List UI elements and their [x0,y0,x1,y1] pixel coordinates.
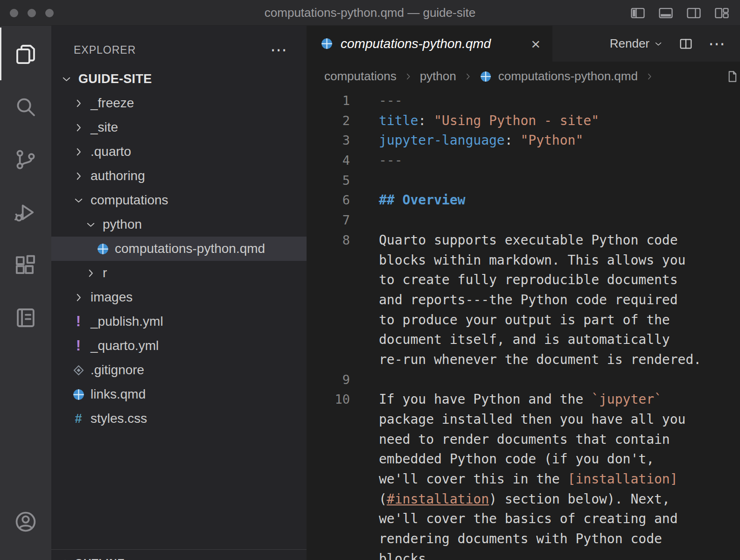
code-line[interactable]: 2title: "Using Python - site" [307,111,740,131]
code-line[interactable]: 8Quarto supports executable Python code [307,231,740,251]
code-line[interactable]: need to render documents that contain [307,430,740,450]
tree-item-links-qmd[interactable]: links.qmd [51,382,307,406]
activity-item-extensions[interactable] [0,238,51,291]
code-line-text [350,370,379,390]
toggle-secondary-sidebar-icon[interactable] [686,5,702,21]
vscode-window: computations-python.qmd — guide-site EXP… [0,0,740,560]
chevron-collapsed-icon [72,170,85,182]
code-line[interactable]: document itself, and is automatically [307,330,740,350]
tree-item-computations-python-qmd[interactable]: computations-python.qmd [51,237,307,261]
code-line[interactable]: blocks. [307,549,740,560]
line-number [307,469,350,490]
tree-item-quarto[interactable]: .quarto [51,140,307,164]
render-label: Render [610,36,649,51]
code-segment: `jupyter` [591,392,662,407]
tree-item-label: images [91,290,133,305]
activity-item-search[interactable] [0,80,51,133]
tree-item-images[interactable]: images [51,285,307,309]
breadcrumbs: computationspythoncomputations-python.qm… [307,62,740,91]
activity-item-explorer[interactable] [0,28,51,80]
code-segment: [installation] [568,471,678,487]
activity-item-notebook[interactable] [0,291,51,344]
explorer-more-actions-button[interactable]: ⋯ [270,45,287,55]
tree-item-authoring[interactable]: authoring [51,164,307,188]
code-line[interactable]: 9 [307,370,740,390]
tree-item-styles-css[interactable]: #styles.css [51,406,307,431]
code-segment: we'll cover this in the [379,471,568,487]
chevron-down-icon [653,39,663,49]
split-editor-icon[interactable] [678,36,693,51]
code-line[interactable]: 10If you have Python and the `jupyter` [307,390,740,410]
code-segment: blocks. [379,551,434,560]
code-line[interactable]: 4--- [307,151,740,171]
activity-item-run-debug[interactable] [0,186,51,238]
code-line[interactable]: embedded Python code (if you don't, [307,449,740,469]
outline-section-header[interactable]: OUTLINE [51,549,307,560]
editor-actions: Render ⋯ [610,26,740,62]
code-line[interactable]: 3jupyter-language: "Python" [307,131,740,151]
code-segment: : [505,133,521,148]
customize-layout-icon[interactable] [714,5,730,21]
code-segment: blocks within markdown. This allows you [379,252,685,268]
tab-bar: computations-python.qmd × Render ⋯ [307,26,740,62]
tree-item-computations[interactable]: computations [51,188,307,212]
editor-more-actions-button[interactable]: ⋯ [708,39,725,49]
code-line[interactable]: re-run whenever the document is rendered… [307,350,740,370]
code-line-text: to create fully reproducible documents [350,270,678,290]
code-segment: to produce your output is part of the [379,312,670,328]
tree-item-label: styles.css [91,411,147,426]
quarto-file-icon [72,388,85,401]
toggle-primary-sidebar-icon[interactable] [630,5,646,21]
tab-computations-python-qmd[interactable]: computations-python.qmd × [307,26,552,62]
tree-item-label: computations-python.qmd [115,241,265,256]
code-segment: ) section below). Next, [489,491,670,507]
breadcrumb-item-computations[interactable]: computations [324,69,397,84]
close-tab-icon[interactable]: × [531,36,540,52]
tree-item-guide-site[interactable]: GUIDE-SITE [51,67,307,91]
code-segment: we'll cover the basics of creating and [379,511,678,526]
code-line[interactable]: to create fully reproducible documents [307,270,740,290]
tree-item-r[interactable]: r [51,261,307,285]
code-line[interactable]: package installed then you have all you [307,410,740,430]
activity-item-source-control[interactable] [0,133,51,186]
code-editor[interactable]: 1---2title: "Using Python - site"3jupyte… [307,91,740,560]
yaml-file-icon: ! [76,337,81,354]
breadcrumb-item-computations-python-qmd[interactable]: computations-python.qmd [498,69,638,84]
activity-item-account[interactable] [0,495,51,548]
code-line[interactable]: we'll cover this in the [installation] [307,469,740,490]
code-segment: need to render documents that contain [379,432,670,447]
code-line-text: If you have Python and the `jupyter` [350,390,662,410]
code-line-text: ## Overview [350,190,465,210]
tree-item-python[interactable]: python [51,212,307,237]
code-line[interactable]: and reports---the Python code required [307,290,740,310]
code-line[interactable]: 7 [307,210,740,231]
tree-item-publish-yml[interactable]: !_publish.yml [51,309,307,334]
tree-item-quarto-yml[interactable]: !_quarto.yml [51,334,307,358]
code-line-text: we'll cover the basics of creating and [350,509,678,529]
line-number [307,270,350,290]
code-line[interactable]: 5 [307,171,740,191]
code-segment: to create fully reproducible documents [379,272,678,287]
code-line[interactable]: to produce your output is part of the [307,310,740,330]
line-number [307,549,350,560]
render-button[interactable]: Render [610,36,663,51]
chevron-collapsed-icon [72,97,85,110]
code-line[interactable]: blocks within markdown. This allows you [307,251,740,271]
tab-label: computations-python.qmd [341,36,491,51]
code-line[interactable]: rendering documents with Python code [307,529,740,549]
tree-item-label: computations [91,193,168,208]
code-segment: package installed then you have all you [379,412,685,427]
line-number: 2 [307,111,350,131]
code-line[interactable]: (#installation) section below). Next, [307,490,740,510]
line-number: 7 [307,210,350,231]
breadcrumb-item-python[interactable]: python [420,69,456,84]
toggle-panel-icon[interactable] [658,5,674,21]
tree-item-site[interactable]: _site [51,115,307,140]
code-segment: title [379,113,418,128]
code-line[interactable]: we'll cover the basics of creating and [307,509,740,529]
line-number: 5 [307,171,350,191]
tree-item-freeze[interactable]: _freeze [51,91,307,115]
code-line[interactable]: 6## Overview [307,190,740,210]
tree-item-gitignore[interactable]: .gitignore [51,358,307,382]
code-line[interactable]: 1--- [307,91,740,111]
